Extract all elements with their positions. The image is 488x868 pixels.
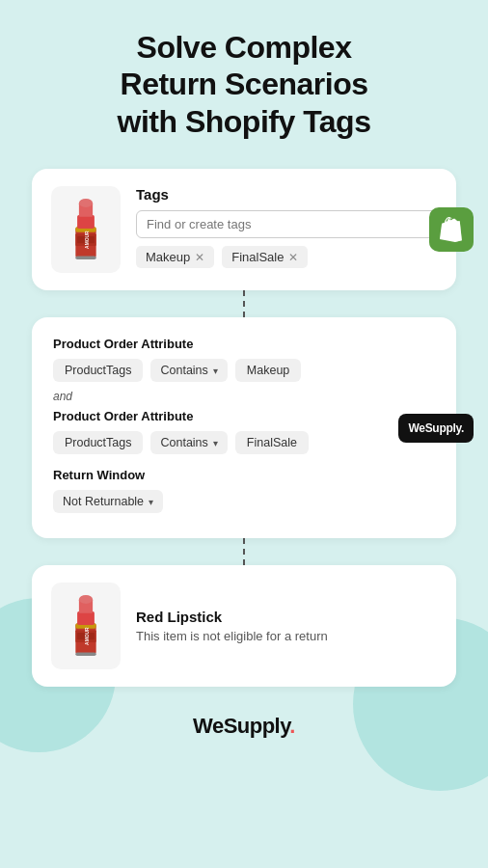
rule-chip-producttags-2: ProductTags: [53, 431, 143, 454]
footer-brand: WeSupply.: [193, 714, 295, 739]
svg-text:AMOUR: AMOUR: [85, 231, 90, 249]
page-title: Solve Complex Return Scenarios with Shop…: [118, 29, 371, 140]
svg-point-7: [79, 199, 93, 207]
tag-makeup-remove[interactable]: ✕: [195, 251, 204, 264]
tag-makeup: Makeup ✕: [136, 246, 214, 268]
wesupply-badge: WeSupply.: [398, 414, 474, 443]
svg-rect-17: [75, 653, 95, 657]
top-card: AMOUR Tags Makeup ✕: [32, 169, 456, 290]
rule-card: Product Order Attribute ProductTags Cont…: [32, 317, 456, 538]
rule-section-title-2: Product Order Attribute: [53, 409, 435, 423]
rule-section-title-1: Product Order Attribute: [53, 337, 435, 351]
rule-row-2: ProductTags Contains ▾ FinalSale: [53, 431, 435, 454]
svg-rect-14: [77, 611, 95, 625]
tags-row: Makeup ✕ FinalSale ✕: [136, 246, 437, 268]
result-product-name: Red Lipstick: [136, 609, 437, 625]
tags-label: Tags: [136, 186, 437, 203]
result-text: Red Lipstick This item is not eligible f…: [136, 609, 437, 643]
dropdown-arrow-3: ▾: [149, 497, 153, 507]
svg-rect-8: [75, 257, 95, 260]
and-label: and: [53, 390, 435, 403]
not-returnable-dropdown[interactable]: Not Returnable ▾: [53, 490, 163, 513]
return-window-row: Not Returnable ▾: [53, 490, 435, 513]
shopify-icon: [429, 207, 474, 252]
svg-rect-5: [77, 215, 95, 229]
product-image: AMOUR: [51, 186, 121, 273]
dropdown-arrow-2: ▾: [213, 438, 218, 448]
tag-finalsale: FinalSale ✕: [222, 246, 308, 268]
connector-2: [243, 538, 245, 565]
rule-chip-contains-2[interactable]: Contains ▾: [150, 431, 227, 454]
rule-chip-producttags-1: ProductTags: [53, 359, 143, 382]
tags-input[interactable]: [136, 210, 437, 238]
product-image-2: AMOUR: [51, 583, 121, 669]
return-window-title: Return Window: [53, 468, 435, 482]
result-product-desc: This item is not eligible for a return: [136, 629, 437, 643]
rule-row-1: ProductTags Contains ▾ Makeup: [53, 359, 435, 382]
svg-text:AMOUR: AMOUR: [85, 627, 90, 645]
svg-point-16: [79, 595, 93, 604]
tag-finalsale-remove[interactable]: ✕: [288, 251, 298, 264]
tags-section: Tags Makeup ✕ FinalSale ✕: [136, 186, 437, 268]
connector-1: [243, 290, 245, 317]
rule-chip-makeup: Makeup: [235, 359, 301, 382]
rule-chip-finalsale: FinalSale: [235, 431, 309, 454]
footer-dot: .: [289, 714, 295, 738]
dropdown-arrow-1: ▾: [213, 366, 218, 376]
rule-chip-contains-1[interactable]: Contains ▾: [150, 359, 227, 382]
bottom-card: AMOUR Red Lipstick This item is not elig…: [32, 565, 456, 687]
